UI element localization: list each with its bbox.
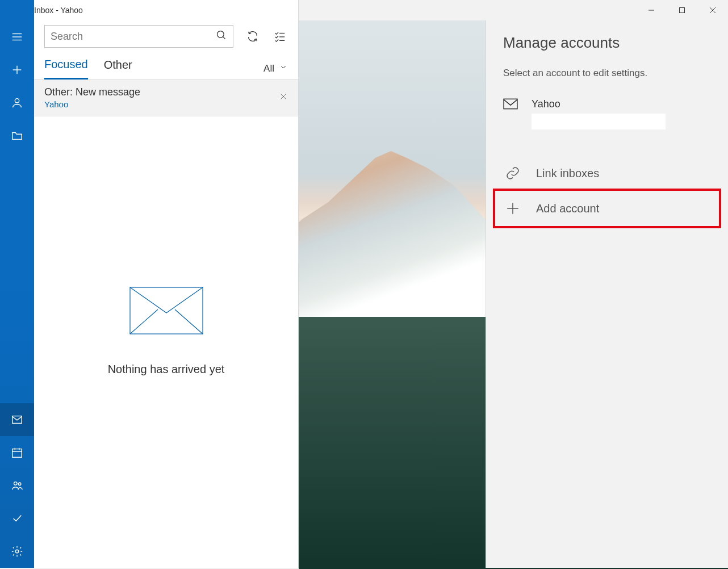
svg-point-16 xyxy=(18,483,21,486)
svg-line-27 xyxy=(175,309,203,334)
window-controls xyxy=(636,0,728,20)
svg-point-9 xyxy=(15,99,19,103)
tab-other[interactable]: Other xyxy=(104,58,132,78)
mail-app-button[interactable] xyxy=(0,403,34,436)
filter-dropdown[interactable]: All xyxy=(263,62,288,74)
settings-button[interactable] xyxy=(0,535,34,568)
svg-point-18 xyxy=(217,31,224,37)
nav-rail xyxy=(0,0,34,568)
people-app-button[interactable] xyxy=(0,469,34,502)
panel-subtitle: Select an account to edit settings. xyxy=(503,68,711,79)
svg-point-17 xyxy=(15,550,19,553)
svg-rect-10 xyxy=(12,416,22,424)
todo-app-button[interactable] xyxy=(0,502,34,535)
search-input[interactable]: Search xyxy=(44,25,233,48)
folders-button[interactable] xyxy=(0,119,34,152)
add-account-button[interactable]: Add account xyxy=(493,189,721,228)
window-title: Inbox - Yahoo xyxy=(34,0,83,20)
svg-rect-11 xyxy=(12,449,22,458)
notification-title: Other: New message xyxy=(44,86,140,98)
notification-source: Yahoo xyxy=(44,99,140,109)
accounts-button[interactable] xyxy=(0,86,34,119)
message-list-pane: Search Focused Other All Other: New mess… xyxy=(34,0,299,568)
svg-point-15 xyxy=(14,482,18,486)
manage-accounts-panel: Manage accounts Select an account to edi… xyxy=(486,20,728,568)
svg-rect-1 xyxy=(680,8,685,13)
mail-icon xyxy=(503,98,518,112)
plus-icon xyxy=(505,201,520,216)
filter-label: All xyxy=(263,63,274,74)
sync-button[interactable] xyxy=(245,28,261,44)
svg-line-19 xyxy=(223,36,225,39)
empty-state: Nothing has arrived yet xyxy=(34,116,298,568)
tab-focused[interactable]: Focused xyxy=(44,58,88,80)
account-name: Yahoo xyxy=(532,98,666,110)
add-account-label: Add account xyxy=(536,202,599,215)
empty-message: Nothing has arrived yet xyxy=(108,363,225,376)
close-button[interactable] xyxy=(697,0,728,20)
account-item-yahoo[interactable]: Yahoo xyxy=(503,95,711,137)
chevron-down-icon xyxy=(279,62,288,74)
new-mail-button[interactable] xyxy=(0,53,34,86)
svg-rect-25 xyxy=(130,287,203,334)
dismiss-notification-button[interactable] xyxy=(279,92,288,103)
link-icon xyxy=(505,166,520,181)
svg-rect-28 xyxy=(504,99,517,108)
account-email-redacted xyxy=(532,114,666,129)
search-icon xyxy=(216,30,227,44)
search-placeholder: Search xyxy=(51,31,83,43)
calendar-app-button[interactable] xyxy=(0,436,34,469)
maximize-button[interactable] xyxy=(667,0,697,20)
svg-line-26 xyxy=(130,309,158,334)
link-inboxes-button[interactable]: Link inboxes xyxy=(503,156,711,191)
selection-mode-button[interactable] xyxy=(272,28,288,44)
minimize-button[interactable] xyxy=(636,0,667,20)
hamburger-button[interactable] xyxy=(0,20,34,53)
envelope-icon xyxy=(129,287,203,334)
link-inboxes-label: Link inboxes xyxy=(536,167,599,180)
panel-title: Manage accounts xyxy=(503,34,711,52)
other-notification[interactable]: Other: New message Yahoo xyxy=(34,80,298,116)
